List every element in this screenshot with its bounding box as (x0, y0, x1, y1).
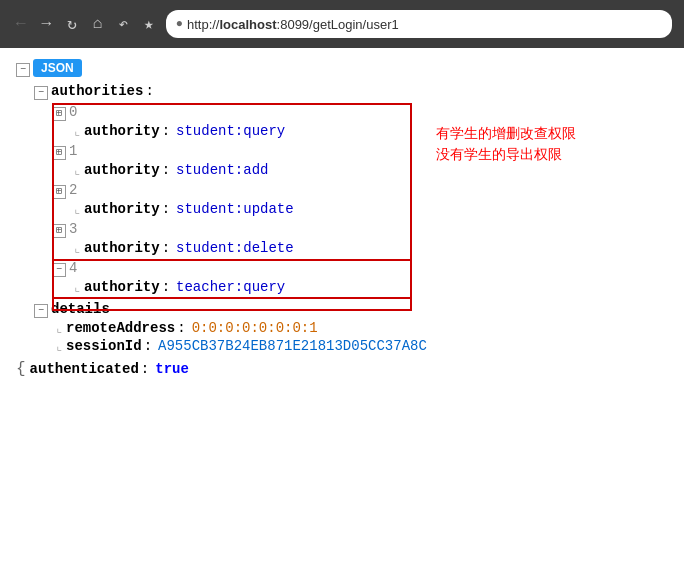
url-port: :8099 (277, 17, 310, 32)
refresh-button[interactable]: ↻ (63, 12, 81, 36)
item-1-toggle[interactable]: ⊞ (52, 146, 66, 160)
item-1-index: 1 (69, 143, 77, 159)
authority-0-header: ⊞ 0 (16, 103, 668, 122)
open-brace: { (16, 360, 26, 378)
authority-2-header: ⊞ 2 (16, 181, 668, 200)
authority-1-value: student:add (176, 162, 268, 178)
json-root-toggle[interactable]: − (16, 63, 30, 77)
details-row: − details (16, 300, 668, 319)
item-2-toggle[interactable]: ⊞ (52, 185, 66, 199)
details-key: details (51, 301, 110, 317)
back-button[interactable]: ← (12, 13, 30, 35)
authority-3-value: student:delete (176, 240, 294, 256)
bookmark-button[interactable]: ★ (140, 12, 158, 36)
back-alt-button[interactable]: ↶ (114, 12, 132, 36)
student-authorities-section: ⊞ 0 ⌞ authority : student:query ⊞ 1 ⌞ au… (16, 103, 668, 257)
url-protocol: http:// (187, 17, 220, 32)
authenticated-key: authenticated (30, 361, 139, 377)
authority-3-header: ⊞ 3 (16, 220, 668, 239)
item-3-toggle[interactable]: ⊞ (52, 224, 66, 238)
authenticated-value: true (155, 361, 189, 377)
item-4-toggle[interactable]: − (52, 263, 66, 277)
home-button[interactable]: ⌂ (89, 13, 107, 35)
remote-address-row: ⌞ remoteAddress : 0:0:0:0:0:0:0:1 (16, 319, 668, 337)
session-id-row: ⌞ sessionId : A955CB37B24EB871E21813D05C… (16, 337, 668, 355)
browser-chrome: ← → ↻ ⌂ ↶ ★ ● http://localhost:8099/getL… (0, 0, 684, 48)
authorities-toggle[interactable]: − (34, 86, 48, 100)
session-id-value: A955CB37B24EB871E21813D05CC37A8C (158, 338, 427, 354)
authority-4-value: teacher:query (176, 279, 285, 295)
session-id-key: sessionId (66, 338, 142, 354)
details-toggle[interactable]: − (34, 304, 48, 318)
authority-4-row: ⌞ authority : teacher:query (16, 278, 668, 296)
url-path: /getLogin/user1 (309, 17, 399, 32)
address-bar[interactable]: ● http://localhost:8099/getLogin/user1 (166, 10, 672, 38)
annotation-text: 有学生的增删改查权限 没有学生的导出权限 (436, 123, 576, 165)
authority-4-header: − 4 (16, 259, 668, 278)
forward-button[interactable]: → (38, 13, 56, 35)
authority-2-value: student:update (176, 201, 294, 217)
content-area: − JSON − authorities : ⊞ 0 ⌞ authority :… (0, 48, 684, 561)
authority-2-key: authority (84, 201, 160, 217)
authority-0-key: authority (84, 123, 160, 139)
url-text: http://localhost:8099/getLogin/user1 (187, 17, 399, 32)
authority-3-row: ⌞ authority : student:delete (16, 239, 668, 257)
authority-2-row: ⌞ authority : student:update (16, 200, 668, 218)
item-2-index: 2 (69, 182, 77, 198)
authenticated-row: { authenticated : true (16, 359, 668, 379)
json-root-row: − JSON (16, 58, 668, 78)
authority-4-key: authority (84, 279, 160, 295)
remote-address-key: remoteAddress (66, 320, 175, 336)
lock-icon: ● (176, 17, 183, 31)
item-4-index: 4 (69, 260, 77, 276)
authority-1-key: authority (84, 162, 160, 178)
item-3-index: 3 (69, 221, 77, 237)
item-0-toggle[interactable]: ⊞ (52, 107, 66, 121)
json-badge: JSON (33, 59, 82, 77)
item-0-index: 0 (69, 104, 77, 120)
authorities-row: − authorities : (16, 82, 668, 101)
url-host: localhost (219, 17, 276, 32)
authorities-key: authorities (51, 83, 143, 99)
authority-3-key: authority (84, 240, 160, 256)
authority-0-value: student:query (176, 123, 285, 139)
remote-address-value: 0:0:0:0:0:0:0:1 (192, 320, 318, 336)
teacher-authority-section: − 4 ⌞ authority : teacher:query (16, 259, 668, 296)
